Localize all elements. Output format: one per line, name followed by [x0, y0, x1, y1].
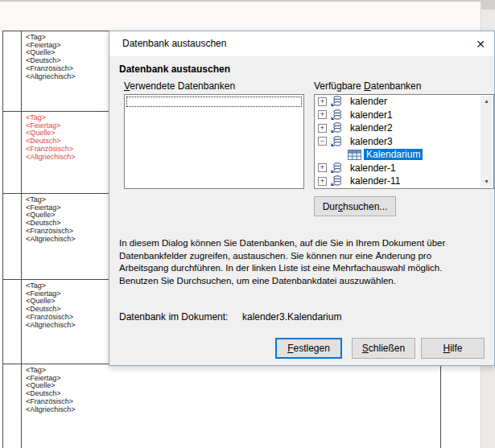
- button-mnemonic: H: [443, 343, 450, 354]
- description-line: Benutzen Sie Durchsuchen, um eine Datenb…: [119, 275, 445, 288]
- expand-icon[interactable]: +: [318, 177, 327, 186]
- tree-item-label: Kalendarium: [364, 149, 423, 160]
- database-icon: [331, 162, 343, 174]
- table-cell: <Tag> <Feiertag> <Quelle> <Deutsch> <Fra…: [26, 364, 440, 413]
- tree-item-kalender1[interactable]: + kalender1: [315, 109, 481, 122]
- document-top-area: [0, 0, 495, 31]
- tree-item-kalendarium[interactable]: Kalendarium: [315, 148, 481, 162]
- listbox-focus-row: [126, 97, 302, 107]
- button-label-part: chließen: [369, 343, 405, 354]
- database-icon: [331, 136, 343, 147]
- database-icon: [331, 109, 343, 121]
- section-title: Datenbank austauschen: [119, 64, 230, 75]
- label-part: atenbanken: [371, 80, 422, 92]
- tree-rows: + kalender + kalender1 + kalender2: [315, 95, 481, 188]
- database-icon: [331, 96, 343, 107]
- tree-item-label: kalender-11: [350, 175, 400, 187]
- database-icon: [331, 175, 343, 187]
- table-icon: [348, 150, 361, 160]
- table-row: <Tag> <Feiertag> <Quelle> <Deutsch> <Fra…: [3, 364, 440, 448]
- button-label-part: hsuchen...: [343, 201, 387, 212]
- field-placeholder: <Altgriechisch>: [26, 406, 440, 414]
- schliessen-button[interactable]: Schließen: [352, 338, 415, 359]
- dialog-title: Datenbank austauschen: [122, 31, 226, 56]
- description-line: Datenbankfelder zugreifen, austauschen. …: [119, 250, 445, 263]
- table-cell-gutter: [3, 112, 22, 193]
- collapse-icon[interactable]: −: [318, 137, 327, 146]
- field-placeholder: <Quelle>: [26, 382, 440, 390]
- table-cell-gutter: [3, 364, 22, 448]
- tree-scrollbar[interactable]: ▲ ▼: [481, 96, 493, 187]
- document-scrollbar-thumb[interactable]: [481, 0, 495, 10]
- used-databases-listbox[interactable]: [124, 94, 304, 189]
- field-placeholder: <Französisch>: [26, 398, 440, 406]
- button-label-part: estlegen: [293, 343, 329, 354]
- tree-item-label: kalender1: [350, 109, 393, 121]
- description-line: In diesem Dialog können Sie Datenbanken,…: [119, 237, 445, 250]
- label-part: erwendete Datenbanken: [130, 80, 235, 92]
- expand-icon[interactable]: +: [318, 163, 327, 172]
- tree-item-kalender2[interactable]: + kalender2: [315, 121, 481, 135]
- tree-item-label: kalender2: [350, 122, 393, 134]
- label-mnemonic: D: [364, 80, 371, 92]
- browse-button[interactable]: Durchsuchen...: [314, 196, 396, 216]
- current-database-label: Datenbank im Dokument:: [119, 311, 228, 323]
- field-placeholder: <Feiertag>: [26, 375, 440, 383]
- field-placeholder: <Tag>: [26, 367, 440, 375]
- tree-item-kalender3[interactable]: − kalender3: [315, 135, 481, 149]
- expand-icon[interactable]: +: [318, 124, 327, 133]
- description-line: Arbeitsgang durchführen. In der linken L…: [119, 262, 445, 275]
- tree-item-kalender-1[interactable]: + kalender-1: [315, 162, 481, 175]
- festlegen-button[interactable]: Festlegen: [275, 338, 342, 359]
- tree-item-kalender[interactable]: + kalender: [315, 95, 481, 109]
- hilfe-button[interactable]: Hilfe: [421, 338, 485, 359]
- datenbank-austauschen-dialog: Datenbank austauschen ✕ Datenbank austau…: [109, 31, 495, 366]
- database-icon: [331, 122, 343, 134]
- close-icon: ✕: [476, 38, 485, 51]
- used-databases-label: Verwendete Datenbanken: [124, 80, 235, 92]
- current-database-value: kalender3.Kalendarium: [242, 311, 341, 323]
- scroll-up-icon[interactable]: ▲: [481, 96, 493, 107]
- available-databases-label: Verfügbare Datenbanken: [314, 80, 421, 92]
- button-mnemonic: S: [362, 343, 369, 354]
- expand-icon[interactable]: +: [318, 97, 327, 106]
- expand-icon[interactable]: +: [318, 110, 327, 119]
- button-label-part: Dur: [323, 201, 338, 212]
- tree-item-kalender-11[interactable]: + kalender-11: [315, 175, 481, 188]
- field-placeholder: <Deutsch>: [26, 390, 440, 398]
- scroll-down-icon[interactable]: ▼: [481, 176, 493, 187]
- dialog-titlebar[interactable]: Datenbank austauschen ✕: [109, 31, 494, 56]
- button-label-part: ilfe: [450, 343, 462, 354]
- label-part: Verfügbare: [314, 80, 364, 92]
- table-cell-gutter: [3, 280, 22, 364]
- available-databases-tree[interactable]: + kalender + kalender1 + kalender2: [314, 94, 494, 189]
- table-cell-gutter: [3, 31, 22, 111]
- tree-item-label: kalender-1: [350, 162, 396, 174]
- table-cell-gutter: [3, 194, 22, 279]
- description-text: In diesem Dialog können Sie Datenbanken,…: [119, 237, 445, 287]
- tree-item-label: kalender3: [350, 136, 393, 147]
- tree-item-label: kalender: [350, 96, 387, 107]
- close-button[interactable]: ✕: [467, 31, 494, 56]
